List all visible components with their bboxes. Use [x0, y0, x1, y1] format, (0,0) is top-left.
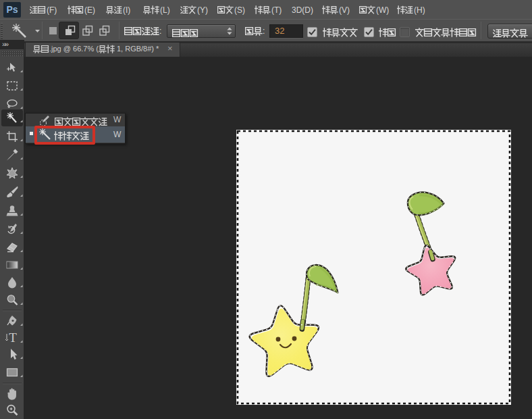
svg-text:T: T — [9, 330, 17, 345]
